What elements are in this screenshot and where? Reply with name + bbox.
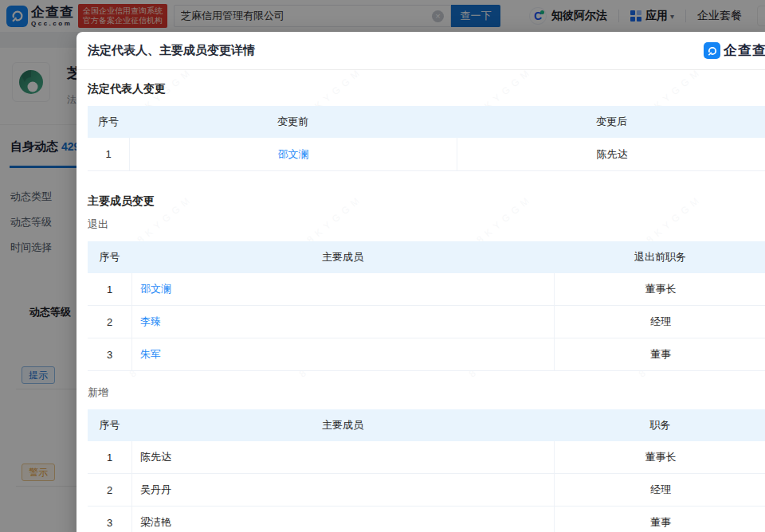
add-subsection-label: 新增 bbox=[88, 385, 765, 400]
col-header-member: 主要成员 bbox=[131, 409, 554, 441]
cell-member: 朱军 bbox=[131, 338, 554, 370]
cell-member: 梁洁艳 bbox=[131, 507, 554, 532]
col-header-title: 职务 bbox=[554, 409, 765, 441]
cell-no: 3 bbox=[88, 338, 131, 370]
cell-no: 2 bbox=[88, 474, 131, 506]
table-header-row: 序号 主要成员 退出前职务 bbox=[88, 241, 765, 273]
cell-title: 董事 bbox=[554, 338, 765, 370]
table-row: 3 朱军 董事 bbox=[88, 338, 765, 371]
section-legal-rep-heading: 法定代表人变更 bbox=[88, 82, 765, 96]
members-add-table: 序号 主要成员 职务 1 陈先达 董事长 2 吴丹丹 经理 3 梁洁艳 bbox=[88, 409, 765, 532]
cell-no: 3 bbox=[88, 507, 131, 532]
cell-title: 经理 bbox=[554, 306, 765, 338]
col-header-no: 序号 bbox=[88, 409, 131, 441]
table-row: 2 李臻 经理 bbox=[88, 306, 765, 338]
col-header-no: 序号 bbox=[88, 241, 131, 273]
table-header-row: 序号 主要成员 职务 bbox=[88, 409, 765, 441]
cell-after: 陈先达 bbox=[457, 138, 765, 170]
qcc-logo-icon-small bbox=[704, 42, 720, 59]
qcc-bubble-icon bbox=[707, 45, 718, 57]
cell-title: 董事长 bbox=[554, 273, 765, 305]
table-row: 1 陈先达 董事长 bbox=[88, 441, 765, 474]
table-row: 2 吴丹丹 经理 bbox=[88, 474, 765, 507]
cell-title: 董事 bbox=[554, 507, 765, 532]
cell-title: 董事长 bbox=[554, 441, 765, 473]
person-link[interactable]: 邵文澜 bbox=[140, 282, 171, 296]
page: 企查查 Qcc.com 全国企业信用查询系统 官方备案企业征信机构 × 查一下 … bbox=[0, 0, 765, 532]
col-header-title: 退出前职务 bbox=[554, 241, 765, 273]
table-header-row: 序号 变更前 变更后 bbox=[88, 106, 765, 138]
person-link[interactable]: 朱军 bbox=[140, 347, 161, 362]
modal-header: 法定代表人、主要成员变更详情 企查查 bbox=[76, 32, 765, 70]
modal-brand-text: 企查查 bbox=[724, 41, 765, 60]
cell-member: 吴丹丹 bbox=[131, 474, 554, 506]
cell-member: 邵文澜 bbox=[131, 273, 554, 305]
modal-brand: 企查查 bbox=[704, 41, 765, 60]
table-row: 1 邵文澜 陈先达 bbox=[88, 138, 765, 171]
table-row: 3 梁洁艳 董事 bbox=[88, 507, 765, 532]
modal-title: 法定代表人、主要成员变更详情 bbox=[88, 43, 255, 58]
col-header-before: 变更前 bbox=[129, 106, 457, 138]
table-row: 1 邵文澜 董事长 bbox=[88, 273, 765, 306]
person-link[interactable]: 李臻 bbox=[140, 315, 161, 329]
cell-no: 2 bbox=[88, 306, 131, 338]
cell-member: 陈先达 bbox=[131, 441, 554, 473]
person-link[interactable]: 邵文澜 bbox=[278, 147, 309, 162]
cell-no: 1 bbox=[88, 138, 129, 170]
col-header-after: 变更后 bbox=[457, 106, 765, 138]
col-header-no: 序号 bbox=[88, 106, 129, 138]
change-detail-modal: 88KYGGM88KYGGM88KYGGM88KYGGM88KYGGM88KYG… bbox=[76, 32, 765, 532]
cell-before: 邵文澜 bbox=[129, 138, 457, 170]
members-out-table: 序号 主要成员 退出前职务 1 邵文澜 董事长 2 李臻 经理 3 朱军 bbox=[88, 241, 765, 371]
cell-no: 1 bbox=[88, 441, 131, 473]
cell-title: 经理 bbox=[554, 474, 765, 506]
col-header-member: 主要成员 bbox=[131, 241, 554, 273]
section-members-heading: 主要成员变更 bbox=[88, 194, 765, 209]
modal-body: 法定代表人变更 序号 变更前 变更后 1 邵文澜 陈先达 主要成员变更 退出 bbox=[76, 82, 765, 532]
legal-rep-change-table: 序号 变更前 变更后 1 邵文澜 陈先达 bbox=[88, 106, 765, 171]
cell-member: 李臻 bbox=[131, 306, 554, 338]
cell-no: 1 bbox=[88, 273, 131, 305]
out-subsection-label: 退出 bbox=[88, 217, 765, 232]
